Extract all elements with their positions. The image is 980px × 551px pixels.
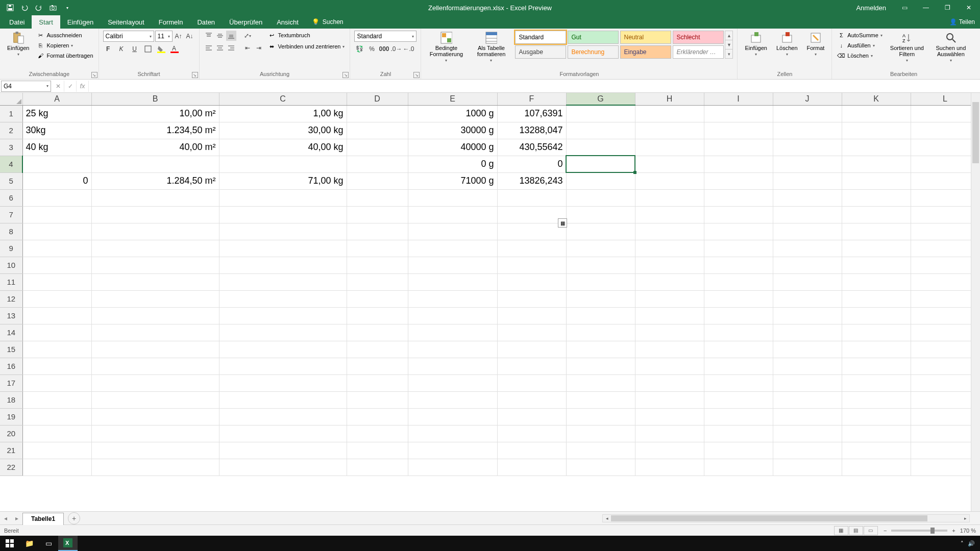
underline-button[interactable]: U <box>130 44 140 54</box>
row-header[interactable]: 19 <box>0 408 22 425</box>
cell[interactable] <box>635 341 704 358</box>
cell[interactable] <box>773 459 842 475</box>
cell[interactable] <box>911 341 979 358</box>
share-button[interactable]: Teilen <box>959 18 975 26</box>
column-header[interactable]: K <box>842 93 911 105</box>
cell[interactable] <box>842 442 911 459</box>
cell[interactable] <box>566 307 635 324</box>
select-all-corner[interactable] <box>0 93 22 105</box>
cell[interactable]: 25 kg <box>22 105 91 122</box>
cell[interactable]: 10,00 m² <box>91 105 219 122</box>
cell[interactable] <box>704 307 773 324</box>
cell[interactable] <box>219 408 347 425</box>
cell[interactable] <box>704 206 773 223</box>
cell[interactable] <box>773 189 842 206</box>
name-box[interactable]: G4▾ <box>1 81 51 92</box>
format-as-table-button[interactable]: Als Tabelle formatieren▾ <box>470 31 512 64</box>
camera-icon[interactable] <box>47 2 59 14</box>
cell[interactable] <box>704 290 773 307</box>
cell[interactable] <box>773 172 842 189</box>
cell[interactable] <box>497 257 566 273</box>
cell[interactable] <box>704 156 773 172</box>
cell[interactable] <box>566 189 635 206</box>
cell[interactable] <box>911 105 979 122</box>
cell[interactable] <box>22 290 91 307</box>
cell[interactable] <box>635 425 704 442</box>
cell[interactable] <box>566 442 635 459</box>
row-header[interactable]: 9 <box>0 240 22 257</box>
cell[interactable] <box>22 324 91 341</box>
cell[interactable] <box>842 240 911 257</box>
cell[interactable] <box>219 189 347 206</box>
cell[interactable] <box>635 442 704 459</box>
cell[interactable]: 1000 g <box>408 105 497 122</box>
cell[interactable] <box>773 408 842 425</box>
cell[interactable] <box>842 172 911 189</box>
undo-icon[interactable] <box>18 2 31 14</box>
cell[interactable] <box>347 273 408 290</box>
cell[interactable] <box>773 240 842 257</box>
cell[interactable] <box>773 358 842 374</box>
cell[interactable] <box>566 290 635 307</box>
dialog-launcher-icon[interactable]: ↘ <box>192 72 198 78</box>
cell[interactable] <box>566 206 635 223</box>
cell[interactable] <box>911 391 979 408</box>
cell[interactable] <box>91 341 219 358</box>
cell[interactable] <box>22 391 91 408</box>
cell[interactable] <box>842 156 911 172</box>
cell[interactable] <box>219 273 347 290</box>
cell[interactable] <box>347 391 408 408</box>
row-header[interactable]: 10 <box>0 257 22 273</box>
cell-style-option[interactable]: Ausgabe <box>515 45 566 59</box>
row-header[interactable]: 1 <box>0 105 22 122</box>
tray-chevron-icon[interactable]: ˄ <box>961 540 964 547</box>
cell[interactable] <box>497 307 566 324</box>
cell[interactable] <box>22 273 91 290</box>
cell[interactable] <box>566 122 635 139</box>
cell[interactable] <box>497 459 566 475</box>
cell[interactable] <box>842 223 911 240</box>
cell[interactable] <box>347 341 408 358</box>
cell[interactable] <box>911 358 979 374</box>
cell[interactable] <box>497 341 566 358</box>
cell[interactable] <box>773 374 842 391</box>
cell[interactable] <box>635 105 704 122</box>
cell-style-option[interactable]: Berechnung <box>568 45 619 59</box>
cell[interactable] <box>773 139 842 156</box>
cell[interactable]: 71000 g <box>408 172 497 189</box>
cancel-formula-icon[interactable]: ✕ <box>52 81 64 92</box>
fill-handle[interactable] <box>633 171 636 174</box>
row-header[interactable]: 6 <box>0 189 22 206</box>
cell[interactable] <box>773 273 842 290</box>
cell[interactable] <box>773 341 842 358</box>
cell[interactable] <box>408 442 497 459</box>
cell[interactable] <box>842 139 911 156</box>
cell[interactable] <box>91 324 219 341</box>
cell[interactable] <box>22 240 91 257</box>
column-header[interactable]: L <box>911 93 979 105</box>
tray-volume-icon[interactable]: 🔊 <box>968 540 975 547</box>
cell[interactable] <box>566 341 635 358</box>
dialog-launcher-icon[interactable]: ↘ <box>91 72 97 78</box>
cell[interactable] <box>704 240 773 257</box>
cell[interactable] <box>911 156 979 172</box>
cell[interactable] <box>773 257 842 273</box>
cell[interactable] <box>347 425 408 442</box>
tell-me-search[interactable]: 💡 Suchen <box>306 15 350 29</box>
cell[interactable] <box>842 189 911 206</box>
align-left-icon[interactable] <box>204 43 214 53</box>
cell[interactable] <box>911 273 979 290</box>
maximize-button[interactable]: ❐ <box>937 0 958 15</box>
cell[interactable] <box>497 391 566 408</box>
file-explorer-icon[interactable]: 📁 <box>19 536 39 551</box>
cell[interactable] <box>347 156 408 172</box>
fill-color-button[interactable] <box>156 44 166 54</box>
cell[interactable] <box>704 324 773 341</box>
cell[interactable] <box>566 105 635 122</box>
cell[interactable] <box>842 307 911 324</box>
cell[interactable] <box>408 408 497 425</box>
cell[interactable] <box>497 273 566 290</box>
cell[interactable] <box>911 290 979 307</box>
cell[interactable] <box>22 442 91 459</box>
cell[interactable]: 30,00 kg <box>219 122 347 139</box>
